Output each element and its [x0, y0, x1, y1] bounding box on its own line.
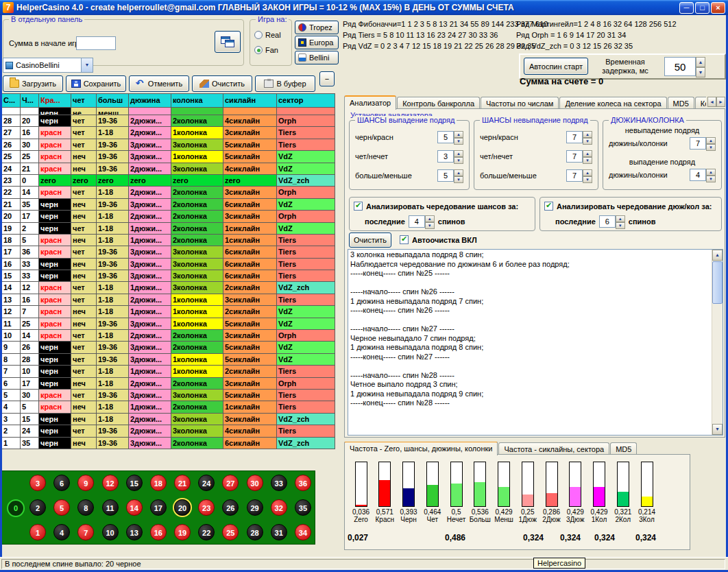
roulette-number-23[interactable]: 23 [198, 499, 215, 516]
table-row[interactable]: 2716краснчет1-182дюжи...1колонка3сиклайн… [2, 127, 335, 138]
table-row[interactable]: 617черннеч1-182дюжи...2колонка3сиклайнOr… [2, 378, 335, 389]
spin-buttons[interactable]: ▲▼ [706, 137, 716, 150]
roulette-number-6[interactable]: 6 [53, 475, 70, 491]
spin-buttons[interactable]: ▲▼ [454, 169, 463, 182]
spin-buttons[interactable]: ▲▼ [583, 169, 592, 182]
spin-input[interactable] [599, 215, 616, 228]
spins-table[interactable]: С...Ч...Кра...четбольшдюжинаколонкасикла… [1, 93, 335, 449]
spin-up-icon[interactable]: ▲ [454, 169, 463, 176]
roulette-number-17[interactable]: 17 [150, 499, 167, 516]
spin-down-icon[interactable]: ▼ [425, 222, 435, 229]
spin-input[interactable] [566, 131, 583, 143]
roulette-number-18[interactable]: 18 [150, 475, 167, 491]
table-row[interactable]: 230zerozerozerozerozerozeroVdZ_zch [2, 175, 335, 186]
spin-input[interactable] [690, 169, 706, 181]
spinner[interactable]: ▲▼ [437, 131, 463, 143]
spin-input[interactable] [566, 169, 583, 182]
chances-spins-spinner[interactable]: ▲▼ [409, 215, 435, 228]
radio-real[interactable]: Real [254, 31, 281, 39]
spinner[interactable]: ▲▼ [599, 215, 625, 228]
table-row[interactable]: 192чернчет1-181дюжи...2колонка1сиклайнVd… [2, 223, 335, 234]
spin-buttons[interactable]: ▲▼ [696, 57, 705, 76]
minimize-button[interactable]: ─ [679, 2, 694, 14]
app-icon[interactable]: 7 [3, 2, 14, 13]
spin-down-icon[interactable]: ▼ [706, 176, 716, 182]
tab-scroll-left-icon[interactable]: ◄ [707, 97, 716, 107]
save-button[interactable]: Сохранить [66, 75, 126, 92]
spinner[interactable]: ▲▼ [409, 215, 435, 228]
table-row[interactable]: 2135черннеч19-363дюжи...2колонка6сиклайн… [2, 199, 335, 210]
spin-input[interactable] [437, 131, 454, 143]
casino-button-europa[interactable]: Europa [295, 36, 339, 49]
roulette-number-30[interactable]: 30 [247, 475, 263, 491]
roulette-number-4[interactable]: 4 [53, 524, 70, 540]
scroll-down-icon[interactable]: ▼ [712, 424, 723, 435]
scrollbar-thumb[interactable] [712, 261, 723, 304]
roulette-number-12[interactable]: 12 [102, 475, 119, 491]
spinner[interactable]: ▲▼ [690, 137, 716, 150]
spin-up-icon[interactable]: ▲ [583, 150, 592, 157]
spin-up-icon[interactable]: ▲ [425, 215, 435, 222]
spin-buttons[interactable]: ▲▼ [454, 150, 463, 163]
roulette-number-33[interactable]: 33 [271, 475, 287, 491]
roulette-number-1[interactable]: 1 [29, 524, 46, 540]
spin-buttons[interactable]: ▲▼ [583, 131, 592, 143]
radio-fan-icon[interactable] [254, 46, 263, 54]
scroll-up-icon[interactable]: ▲ [712, 250, 723, 261]
spin-buttons[interactable]: ▲▼ [454, 131, 463, 143]
roulette-number-10[interactable]: 10 [102, 524, 119, 540]
roulette-number-19[interactable]: 19 [174, 524, 191, 540]
spin-down-icon[interactable]: ▼ [616, 222, 625, 229]
analysis-log[interactable]: 3 колонка невыпадала подряд 8 спин; Набл… [348, 249, 723, 436]
roulette-number-5[interactable]: 5 [53, 499, 70, 516]
delay-spinner[interactable]: ▲▼ [664, 57, 705, 76]
roulette-number-26[interactable]: 26 [222, 499, 239, 516]
spin-down-icon[interactable]: ▼ [454, 176, 463, 183]
spin-up-icon[interactable]: ▲ [454, 150, 463, 157]
radio-real-icon[interactable] [254, 31, 263, 39]
table-row[interactable]: 2421красннеч19-362дюжи...3колонка4сиклай… [2, 163, 335, 174]
spin-down-icon[interactable]: ▼ [583, 157, 592, 164]
load-button[interactable]: Загрузить [3, 75, 63, 92]
roulette-number-13[interactable]: 13 [126, 524, 143, 540]
spin-up-icon[interactable]: ▲ [696, 57, 705, 67]
roulette-number-8[interactable]: 8 [77, 499, 94, 516]
roulette-number-2[interactable]: 2 [29, 499, 46, 516]
dozen-hit-spinner[interactable]: ▲▼ [690, 169, 716, 181]
table-row[interactable]: 2017черннеч1-182дюжи...2колонка3сиклайнO… [2, 211, 335, 222]
autoclear-checkbox[interactable] [400, 235, 409, 244]
table-row[interactable]: 926чернчет19-363дюжи...2колонка5сиклайнV… [2, 342, 335, 353]
chevron-down-icon[interactable]: ▼ [81, 58, 93, 72]
spinner[interactable]: ▲▼ [566, 150, 592, 163]
roulette-number-16[interactable]: 16 [150, 524, 167, 540]
table-row[interactable]: 185красннеч1-181дюжи...2колонка1сиклайнT… [2, 235, 335, 246]
spin-up-icon[interactable]: ▲ [583, 131, 592, 138]
clear-button[interactable]: Очистить [192, 75, 252, 92]
spin-input[interactable] [437, 169, 454, 182]
table-row[interactable]: 710чернчет1-181дюжи...1колонка2сиклайнTi… [2, 366, 335, 377]
spin-down-icon[interactable]: ▼ [583, 138, 592, 145]
table-row[interactable]: 45красннеч1-181дюжи...2колонка1сиклайнTi… [2, 401, 335, 412]
roulette-number-29[interactable]: 29 [247, 499, 263, 516]
roulette-number-14[interactable]: 14 [126, 499, 143, 516]
roulette-number-9[interactable]: 9 [77, 475, 94, 491]
table-row[interactable]: 2214краснчет1-182дюжи...2колонка3сиклайн… [2, 187, 335, 198]
analyze-dozens-checkbox[interactable] [544, 202, 553, 211]
title-bar[interactable]: 7 HelperCasino 4.0 - create helperroulle… [0, 0, 728, 15]
roulette-number-15[interactable]: 15 [126, 475, 143, 491]
maximize-button[interactable]: □ [695, 2, 709, 14]
spin-input[interactable] [437, 150, 454, 163]
spinner[interactable]: ▲▼ [664, 57, 705, 76]
roulette-number-25[interactable]: 25 [222, 524, 239, 540]
spin-buttons[interactable]: ▲▼ [583, 150, 592, 163]
table-row[interactable]: 828чернчет19-363дюжи...1колонка5сиклайнV… [2, 354, 335, 365]
dozen-miss-spinner[interactable]: ▲▼ [690, 137, 716, 150]
spin-down-icon[interactable]: ▼ [454, 157, 463, 164]
roulette-number-3[interactable]: 3 [29, 475, 46, 491]
roulette-number-32[interactable]: 32 [271, 499, 287, 516]
radio-fan[interactable]: Fan [254, 46, 278, 54]
collapse-button[interactable]: − [319, 71, 335, 86]
tab-1[interactable]: Анализатор [344, 95, 396, 110]
table-row[interactable]: 1736краснчет19-363дюжи...3колонка6сиклай… [2, 246, 335, 257]
copy-to-buffer-button[interactable]: В буфер [255, 75, 315, 92]
